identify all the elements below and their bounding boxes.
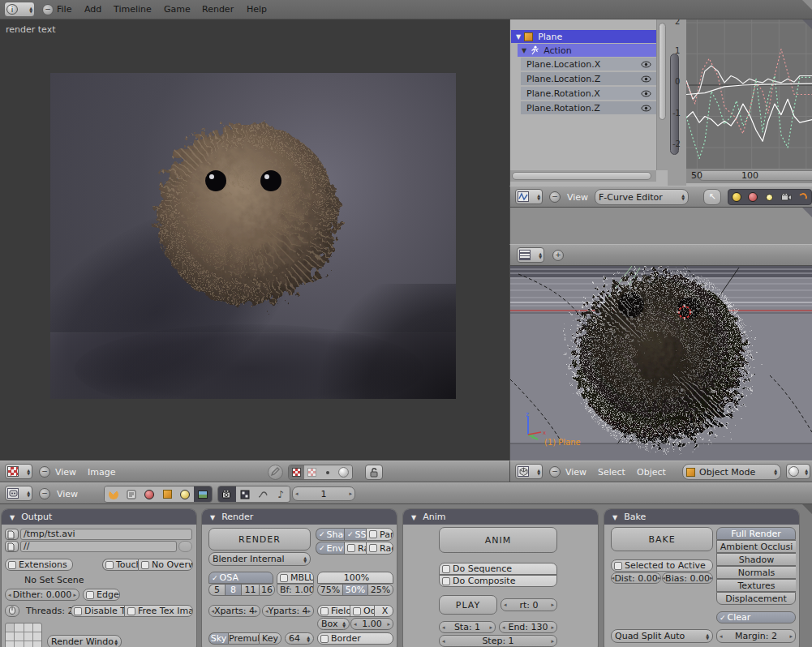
fcurve-hscrollbar[interactable]: 50 100: [686, 169, 812, 183]
rt-stepper[interactable]: rt: 0: [501, 598, 557, 611]
render-display-grid[interactable]: [5, 623, 42, 647]
disable-tex-toggle[interactable]: Disable Tex: [71, 605, 124, 617]
buttons-collapse-button[interactable]: −: [39, 488, 50, 499]
anim-subcontext-icon[interactable]: [236, 486, 254, 502]
bake-mode-textures[interactable]: Textures: [716, 579, 796, 592]
buttons-menu-view[interactable]: View: [54, 484, 81, 504]
fcurve-filter-icon[interactable]: [795, 190, 811, 204]
eye-icon[interactable]: [641, 90, 651, 97]
fcurve-mode-dropdown[interactable]: F-Curve Editor: [595, 189, 689, 205]
expand-triangle-icon[interactable]: ▼: [522, 47, 526, 54]
mblur-toggle[interactable]: MBLUR: [277, 572, 314, 584]
collapse-menus-button[interactable]: −: [42, 4, 54, 15]
fcurve-graph[interactable]: [686, 19, 812, 169]
selected-to-active-toggle[interactable]: Selected to Active: [611, 559, 713, 572]
draw-mode-button[interactable]: [786, 464, 810, 479]
step-stepper[interactable]: Step: 1: [439, 635, 557, 647]
engine-dropdown[interactable]: Blender Internal: [208, 552, 311, 566]
radio-toggle[interactable]: Radi: [366, 542, 393, 555]
do-composite-toggle[interactable]: Do Composite: [439, 575, 557, 587]
filter-dropdown[interactable]: Box: [317, 618, 350, 630]
osa-8-button-active[interactable]: 8: [225, 584, 241, 596]
script-context-icon[interactable]: [122, 486, 140, 502]
viewport-menu-select[interactable]: Select: [595, 462, 629, 482]
image-menu-view[interactable]: View: [52, 462, 79, 482]
touch-toggle[interactable]: Touch: [102, 559, 138, 571]
bake-mode-normals[interactable]: Normals: [716, 566, 796, 579]
bake-mode-full-render-active[interactable]: Full Render: [716, 527, 796, 540]
osa-16-button[interactable]: 16: [259, 584, 275, 596]
mouse-placement-icon[interactable]: [5, 605, 19, 617]
buttons-type-button[interactable]: [5, 486, 32, 501]
end-frame-stepper[interactable]: End: 130: [499, 621, 557, 633]
area-corner-widget[interactable]: [802, 504, 812, 514]
ray-toggle[interactable]: Ra: [344, 542, 366, 555]
fcurve-plot[interactable]: [686, 19, 812, 169]
image-menu-image[interactable]: Image: [84, 462, 118, 482]
margin-stepper[interactable]: Margin: 2: [716, 629, 796, 643]
buttons-window[interactable]: ▼Output /tmp/tst.avi // Extensions Touch…: [0, 504, 812, 647]
eye-icon[interactable]: [641, 75, 651, 83]
image-collapse-button[interactable]: −: [39, 466, 50, 478]
action-channel-row[interactable]: ▼ Action: [518, 44, 656, 57]
fields-x-toggle[interactable]: X: [374, 605, 393, 617]
envmap-toggle[interactable]: EnvM: [316, 542, 344, 555]
border-toggle[interactable]: Border: [317, 632, 393, 645]
viewport-type-button[interactable]: [515, 464, 543, 479]
bake-mode-ambient-occlusion[interactable]: Ambient Occlusi: [716, 540, 796, 553]
viewport-menu-view[interactable]: View: [562, 462, 590, 482]
object-channel-row[interactable]: ▼ Plane: [511, 30, 656, 43]
mini-editor-view[interactable]: [509, 208, 812, 244]
output-path-field[interactable]: /tmp/tst.avi: [20, 529, 192, 540]
lamp-filter-icon[interactable]: [761, 190, 777, 204]
shadow-toggle[interactable]: Shad: [316, 528, 344, 541]
blur-factor-field[interactable]: Bf: 1.00: [277, 584, 314, 596]
osa-toggle[interactable]: OSA: [208, 572, 273, 584]
anim-button[interactable]: ANIM: [439, 527, 557, 553]
area-corner-widget[interactable]: [802, 0, 812, 10]
window-type-button[interactable]: i: [4, 2, 35, 17]
image-datablock-icon[interactable]: [289, 465, 304, 479]
object-context-icon[interactable]: [158, 486, 176, 502]
mini-expand-button[interactable]: +: [552, 250, 564, 261]
area-corner-widget[interactable]: [802, 19, 812, 29]
channel-row[interactable]: Plane.Location.Z: [521, 72, 656, 85]
size-75-button[interactable]: 75%: [317, 584, 342, 596]
fcurve-collapse-button[interactable]: −: [549, 191, 561, 203]
backbuf-path-field[interactable]: //: [20, 541, 177, 552]
image-editor-type-button[interactable]: [5, 464, 32, 479]
extensions-toggle[interactable]: Extensions: [5, 559, 73, 571]
world-context-icon[interactable]: [176, 486, 194, 502]
camera-filter-icon[interactable]: [777, 190, 795, 204]
backbuf-toggle-button[interactable]: [178, 541, 192, 552]
alpha-sky-button-active[interactable]: Sky: [208, 632, 228, 645]
menu-timeline[interactable]: Timeline: [110, 0, 155, 19]
image-fade-icon[interactable]: [304, 465, 320, 479]
eye-icon[interactable]: [641, 61, 651, 68]
lock-icon[interactable]: [365, 465, 383, 480]
menu-add[interactable]: Add: [81, 0, 105, 19]
mini-editor-type-button[interactable]: [517, 247, 544, 263]
area-corner-widget[interactable]: [802, 208, 812, 217]
viewport-3d[interactable]: z y x (1) Plane: [509, 266, 812, 461]
osa-11-button[interactable]: 11: [241, 584, 259, 596]
sound-subcontext-icon[interactable]: ♪: [272, 486, 290, 502]
odd-toggle[interactable]: Odd: [350, 605, 374, 617]
clear-toggle[interactable]: Clear: [716, 611, 796, 623]
panel-anim-header[interactable]: ▼Anim: [403, 509, 598, 525]
alpha-key-button[interactable]: Key: [259, 632, 281, 645]
image-editor-view[interactable]: render text: [0, 19, 509, 461]
start-frame-stepper[interactable]: Sta: 1: [439, 621, 496, 633]
no-overwrite-toggle[interactable]: No Overwrite: [138, 559, 193, 571]
image-dot-icon[interactable]: [320, 465, 335, 479]
size-25-button[interactable]: 25%: [367, 584, 393, 596]
channels-hscrollbar[interactable]: [510, 170, 656, 182]
panel-output-header[interactable]: ▼Output: [2, 509, 196, 525]
panel-bake-header[interactable]: ▼Bake: [604, 509, 799, 525]
edge-toggle[interactable]: Edge: [83, 589, 120, 601]
file-browse-icon[interactable]: [5, 529, 19, 540]
alpha-premul-button[interactable]: Premul: [228, 632, 259, 645]
do-sequence-toggle[interactable]: Do Sequence: [439, 563, 557, 575]
scene-context-icon-active[interactable]: [194, 486, 212, 502]
octree-dropdown[interactable]: 64: [285, 632, 314, 645]
